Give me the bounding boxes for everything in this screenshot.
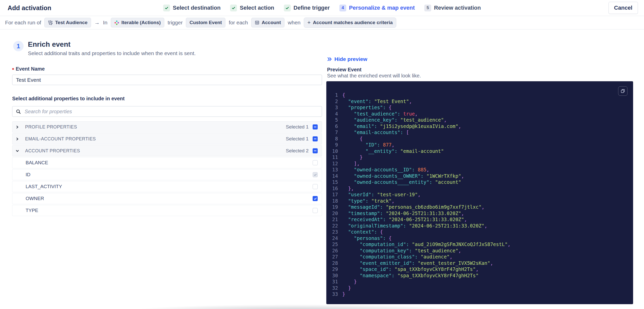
line-number: 3 [326,104,338,111]
property-row-balance[interactable]: BALANCE [12,157,322,168]
line-number: 28 [326,260,338,266]
cancel-button[interactable]: Cancel [609,2,638,14]
property-row-type[interactable]: TYPE [12,205,322,216]
step-heading: 1 Enrich event Select additional traits … [13,40,326,56]
code-text: }, [342,185,354,192]
property-name: ID [26,172,30,177]
group-email-account-properties[interactable]: EMAIL-ACCOUNT PROPERTIESSelected 1 [12,133,322,144]
code-text: "userId": "test-user-19", [342,191,421,198]
property-checkbox[interactable] [313,172,318,177]
copy-button[interactable] [618,86,628,96]
code-text: "computation_id": "aud_2iO9m2gSFmJNXCoQJ… [342,241,511,248]
stepper-item-review-activation[interactable]: 5Review activation [424,5,481,11]
required-dot-icon [12,68,14,70]
chip-label: Account [262,20,281,25]
code-text: { [342,92,345,98]
chip-iterable-actions[interactable]: Iterable (Actions) [111,18,164,27]
code-line: 1{ [326,92,629,98]
code-line: 28 "event_emitter_id": "event_tester_IVX… [326,260,629,266]
code-line: 22 "originalTimestamp": "2024-06-25T21:3… [326,223,629,229]
code-text: "email-accounts": [ [342,129,409,136]
code-text: "namespace": "spa_tXXbfoyvCkY8rF47ghH2Ts… [342,272,479,279]
line-number: 29 [326,266,338,272]
property-row-last-activity[interactable]: LAST_ACTIVITY [12,181,322,192]
stepper-item-label: Select destination [173,5,221,11]
group-name: PROFILE PROPERTIES [25,124,77,130]
property-row-owner[interactable]: OWNER [12,193,322,204]
stepper-item-define-trigger[interactable]: Define trigger [284,5,330,11]
group-profile-properties[interactable]: PROFILE PROPERTIESSelected 1 [12,121,322,133]
chip-label: Test Audience [55,20,87,25]
hide-preview-label: Hide preview [334,56,367,62]
property-row-id[interactable]: ID [12,169,322,180]
code-line: 8 { [326,136,629,142]
chip-custom-event[interactable]: Custom Event [186,18,225,27]
line-number: 21 [326,216,338,223]
line-number: 9 [326,142,338,148]
code-text: "type": "track", [342,198,395,204]
code-text: "originalTimestamp": "2024-06-25T21:31:3… [342,223,487,229]
property-checkbox[interactable] [313,196,318,201]
line-number: 14 [326,173,338,179]
trigger-text: for each [229,20,248,26]
group-checkbox[interactable] [313,124,318,129]
code-text: "audience_key": "test_audience", [342,117,447,123]
code-line: 29 "space_id": "spa_tXXbfoyvCkY8rF47ghH2… [326,266,629,272]
stepper-item-select-destination[interactable]: Select destination [163,5,221,11]
account-table-icon [255,20,259,25]
group-name: EMAIL-ACCOUNT PROPERTIES [25,136,96,142]
code-text: "event": "Test Event", [342,98,412,105]
code-line: 7 "email-accounts": [ [326,129,629,136]
group-checkbox[interactable] [313,148,318,153]
line-number: 20 [326,210,338,217]
line-number: 2 [326,98,338,105]
step-check-icon [163,5,170,11]
line-number: 10 [326,148,338,154]
section-title: Enrich event [28,40,196,48]
code-line: 33} [326,291,629,297]
trigger-text: when [288,20,300,26]
stepper-item-select-action[interactable]: Select action [230,5,274,11]
trigger-summary: For each run ofTest Audience→InIterable … [5,18,396,28]
stepper: Select destinationSelect actionDefine tr… [163,5,481,11]
chip-test-audience[interactable]: Test Audience [44,18,91,27]
line-number: 31 [326,279,338,285]
enrich-event-section: 1 Enrich event Select additional traits … [0,29,326,217]
line-number: 7 [326,129,338,136]
search-input[interactable] [24,106,322,117]
top-header: Add activation Select destinationSelect … [0,0,644,16]
chip-account-matches-audience-criteria[interactable]: +Account matches audience criteria [304,18,396,28]
code-text: } [342,279,357,285]
search-icon [16,109,21,114]
code-line: 13 "owned-accounts__ID": 885, [326,167,629,173]
code-preview-panel: 1{2 "event": "Test Event",3 "properties"… [326,81,633,304]
hide-preview-link[interactable]: Hide preview [327,56,367,62]
property-checkbox[interactable] [313,160,318,165]
event-name-input[interactable] [12,75,322,85]
code-text: "messageId": "personas_cb6zdbo6im9g7xxf7… [342,204,485,210]
group-checkbox[interactable] [313,136,318,141]
code-text: "computation_key": "test_audience", [342,248,461,254]
property-checkbox[interactable] [313,208,318,213]
group-account-properties[interactable]: ACCOUNT PROPERTIESSelected 2 [12,145,322,156]
property-name: BALANCE [26,160,48,166]
code-text: "computation_class": "audience", [342,254,453,260]
enrich-event-form: Event Name Select additional properties … [12,66,322,216]
line-number: 5 [326,117,338,123]
code-lines: 1{2 "event": "Test Event",3 "properties"… [326,92,629,297]
chip-label: Custom Event [189,20,222,25]
code-line: 18 "type": "track", [326,198,629,204]
line-number: 22 [326,223,338,229]
code-text: "properties": { [342,104,392,111]
line-number: 33 [326,291,338,297]
line-number: 18 [326,198,338,204]
chip-account[interactable]: Account [251,18,284,27]
trigger-text: In [103,20,108,26]
trigger-text: For each run of [5,20,41,26]
stepper-item-personalize-map-event[interactable]: 4Personalize & map event [339,5,415,11]
chevron-right-icon [15,137,19,141]
code-line: 30 "namespace": "spa_tXXbfoyvCkY8rF47ghH… [326,272,629,279]
property-checkbox[interactable] [313,184,318,189]
code-text: "__entity": "email-account" [342,148,444,154]
code-text: } [342,285,351,291]
